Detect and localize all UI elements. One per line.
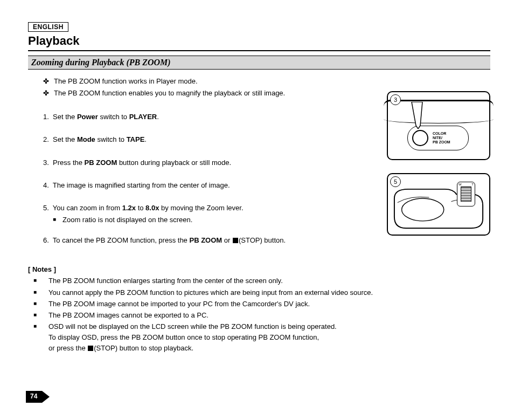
square-bullet-icon: ■ <box>53 215 62 225</box>
note-line: The PB ZOOM image cannot be imported to … <box>48 299 310 309</box>
note-line: The PB ZOOM images cannot be exported to… <box>48 310 209 321</box>
page-title: Playback <box>28 34 490 51</box>
page-number-badge: 74 <box>26 391 50 403</box>
figure-3: 3 COLOR NITE/ PB ZOOM <box>387 91 490 160</box>
note-line: The PB ZOOM function enlarges starting f… <box>48 276 283 286</box>
page-number: 74 <box>30 393 37 400</box>
section-heading: Zooming during Playback (PB ZOOM) <box>28 56 490 70</box>
square-bullet-icon: ■ <box>28 299 48 309</box>
zoom-t-label: T <box>471 183 474 186</box>
note-line: OSD will not be displayed on the LCD scr… <box>48 321 337 354</box>
cross-bullet-icon: ✤ <box>43 76 54 87</box>
step-6: 6. To cancel the PB ZOOM function, press… <box>43 235 376 246</box>
square-bullet-icon: ■ <box>28 321 48 354</box>
square-bullet-icon: ■ <box>28 310 48 321</box>
button-label: COLOR NITE/ PB ZOOM <box>433 132 450 144</box>
square-bullet-icon: ■ <box>28 287 48 298</box>
figure-number: 5 <box>390 176 401 187</box>
zoom-w-label: W <box>459 183 462 186</box>
language-label: ENGLISH <box>28 22 68 32</box>
intro-line: The PB ZOOM function enables you to magn… <box>54 88 285 99</box>
note-line: You cannot apply the PB ZOOM function to… <box>48 287 373 298</box>
step-5-sub: Zoom ratio is not displayed on the scree… <box>62 215 192 225</box>
svg-marker-0 <box>412 102 422 129</box>
figure-column: 3 COLOR NITE/ PB ZOOM 5 <box>387 75 490 354</box>
notes-heading: [ Notes ] <box>28 264 376 275</box>
step-2: 2. Set the Mode switch to TAPE. <box>43 134 376 145</box>
intro-line: The PB ZOOM function works in Player mod… <box>54 76 198 87</box>
step-1: 1. Set the Power switch to PLAYER. <box>43 112 376 122</box>
square-bullet-icon: ■ <box>28 276 48 286</box>
stop-icon <box>88 346 93 351</box>
figure-number: 3 <box>390 94 401 105</box>
text-column: ✤ The PB ZOOM function works in Player m… <box>28 75 387 354</box>
step-4: 4. The image is magnified starting from … <box>43 180 376 191</box>
stop-icon <box>233 238 238 243</box>
zoom-lever-illustration: W T <box>457 182 475 206</box>
figure-5: 5 W T <box>387 173 490 236</box>
pb-zoom-button-illustration: COLOR NITE/ PB ZOOM <box>407 126 469 150</box>
step-5: 5. You can zoom in from 1.2x to 8.0x by … <box>43 203 376 225</box>
step-3: 3. Press the PB ZOOM button during playb… <box>43 157 376 168</box>
svg-marker-2 <box>26 391 50 403</box>
cross-bullet-icon: ✤ <box>43 88 54 99</box>
